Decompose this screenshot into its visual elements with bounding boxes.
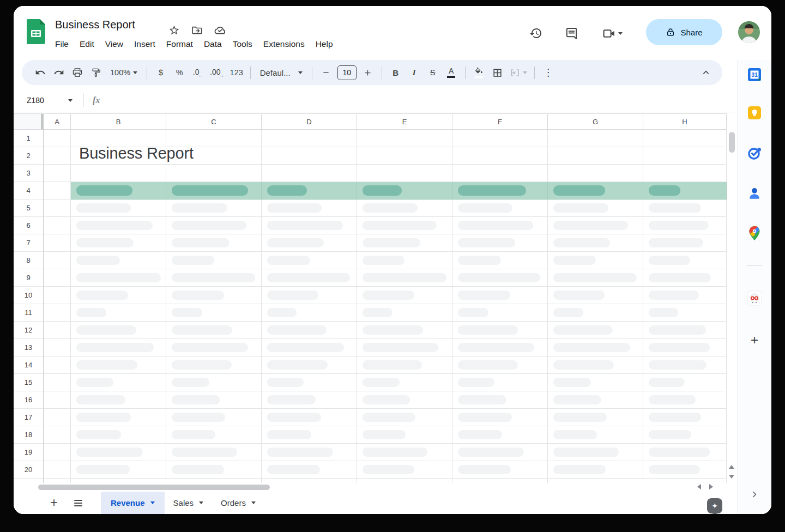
cell-b14[interactable] xyxy=(71,356,166,374)
cell-d3[interactable] xyxy=(262,165,357,182)
cell-g8[interactable] xyxy=(548,252,643,269)
cell-d4[interactable] xyxy=(262,182,357,200)
cell-a19[interactable] xyxy=(44,444,71,461)
cell-d7[interactable] xyxy=(262,234,357,252)
cell-d19[interactable] xyxy=(262,444,357,461)
cell-b15[interactable] xyxy=(71,374,166,391)
cell-d11[interactable] xyxy=(262,304,357,322)
italic-button[interactable]: I xyxy=(406,64,423,81)
cell-f8[interactable] xyxy=(452,252,548,269)
cell-c13[interactable] xyxy=(166,339,262,356)
cell-d10[interactable] xyxy=(262,287,357,304)
cell-h19[interactable] xyxy=(643,444,727,461)
cell-a7[interactable] xyxy=(44,234,71,252)
star-icon[interactable] xyxy=(166,22,182,38)
cell-d21[interactable] xyxy=(262,479,357,483)
cell-a10[interactable] xyxy=(44,287,71,304)
cell-a9[interactable] xyxy=(44,269,71,287)
addon-icon[interactable] xyxy=(747,291,762,306)
cell-b8[interactable] xyxy=(71,252,166,269)
cell-b12[interactable] xyxy=(71,322,166,339)
document-title[interactable]: Business Report xyxy=(55,19,135,31)
row-header-5[interactable]: 5 xyxy=(14,200,44,217)
column-header-e[interactable]: E xyxy=(357,114,452,130)
menu-item-extensions[interactable]: Extensions xyxy=(258,37,310,51)
row-header-16[interactable]: 16 xyxy=(14,391,44,409)
row-header-2[interactable]: 2 xyxy=(14,147,44,165)
cell-h20[interactable] xyxy=(643,461,727,479)
menu-item-view[interactable]: View xyxy=(100,37,129,51)
menu-item-data[interactable]: Data xyxy=(198,37,227,51)
sheet-tab-orders[interactable]: Orders xyxy=(212,492,264,514)
cell-b20[interactable] xyxy=(71,461,166,479)
cell-g20[interactable] xyxy=(548,461,643,479)
cell-f13[interactable] xyxy=(452,339,548,356)
cell-h21[interactable] xyxy=(643,479,727,483)
cell-c21[interactable] xyxy=(166,479,262,483)
increase-decimals-button[interactable]: .00→ xyxy=(208,64,226,81)
cell-g3[interactable] xyxy=(548,165,643,182)
cell-c18[interactable] xyxy=(166,426,262,444)
cell-d18[interactable] xyxy=(262,426,357,444)
cell-b10[interactable] xyxy=(71,287,166,304)
format-percent-button[interactable]: % xyxy=(171,64,188,81)
cell-g15[interactable] xyxy=(548,374,643,391)
cell-a11[interactable] xyxy=(44,304,71,322)
cell-g4[interactable] xyxy=(548,182,643,200)
cell-f7[interactable] xyxy=(452,234,548,252)
cell-h1[interactable] xyxy=(643,130,727,147)
row-header-3[interactable]: 3 xyxy=(14,165,44,182)
cell-e19[interactable] xyxy=(357,444,452,461)
cell-d13[interactable] xyxy=(262,339,357,356)
cell-g11[interactable] xyxy=(548,304,643,322)
sheet-tab-revenue[interactable]: Revenue xyxy=(101,492,165,514)
cell-e10[interactable] xyxy=(357,287,452,304)
cell-e6[interactable] xyxy=(357,217,452,234)
cell-a21[interactable] xyxy=(44,479,71,483)
cell-b18[interactable] xyxy=(71,426,166,444)
cell-b21[interactable] xyxy=(71,479,166,483)
cell-h15[interactable] xyxy=(643,374,727,391)
cell-h2[interactable] xyxy=(643,147,727,165)
cell-h6[interactable] xyxy=(643,217,727,234)
menu-item-edit[interactable]: Edit xyxy=(74,37,100,51)
cell-d9[interactable] xyxy=(262,269,357,287)
cell-e3[interactable] xyxy=(357,165,452,182)
cell-a4[interactable] xyxy=(44,182,71,200)
cell-a1[interactable] xyxy=(44,130,71,147)
cell-f1[interactable] xyxy=(452,130,548,147)
cell-h11[interactable] xyxy=(643,304,727,322)
cell-g17[interactable] xyxy=(548,409,643,426)
cell-b13[interactable] xyxy=(71,339,166,356)
cell-b17[interactable] xyxy=(71,409,166,426)
cell-f18[interactable] xyxy=(452,426,548,444)
gemini-sparkle-button[interactable]: ✦ xyxy=(707,498,722,513)
cell-a13[interactable] xyxy=(44,339,71,356)
cell-a5[interactable] xyxy=(44,200,71,217)
more-toolbar-options-button[interactable]: ⋮ xyxy=(540,64,557,81)
cell-g19[interactable] xyxy=(548,444,643,461)
horizontal-scrollbar-thumb[interactable] xyxy=(38,485,270,490)
sheet-tab-sales[interactable]: Sales xyxy=(165,492,213,514)
select-all-corner[interactable] xyxy=(14,114,44,130)
name-box[interactable]: Z180 xyxy=(22,96,76,105)
decrease-decimals-button[interactable]: .0← xyxy=(189,64,207,81)
cell-d17[interactable] xyxy=(262,409,357,426)
cell-d8[interactable] xyxy=(262,252,357,269)
cell-e21[interactable] xyxy=(357,479,452,483)
column-header-d[interactable]: D xyxy=(262,114,357,130)
text-color-button[interactable]: A xyxy=(443,64,460,81)
cell-c19[interactable] xyxy=(166,444,262,461)
strikethrough-button[interactable]: S xyxy=(424,64,442,81)
row-header-11[interactable]: 11 xyxy=(14,304,44,322)
row-header-9[interactable]: 9 xyxy=(14,269,44,287)
cell-e5[interactable] xyxy=(357,200,452,217)
cell-c17[interactable] xyxy=(166,409,262,426)
cell-a6[interactable] xyxy=(44,217,71,234)
cell-e14[interactable] xyxy=(357,356,452,374)
cell-e11[interactable] xyxy=(357,304,452,322)
cell-g5[interactable] xyxy=(548,200,643,217)
row-header-12[interactable]: 12 xyxy=(14,322,44,339)
cell-h14[interactable] xyxy=(643,356,727,374)
font-selector[interactable]: Defaul... xyxy=(256,64,307,81)
